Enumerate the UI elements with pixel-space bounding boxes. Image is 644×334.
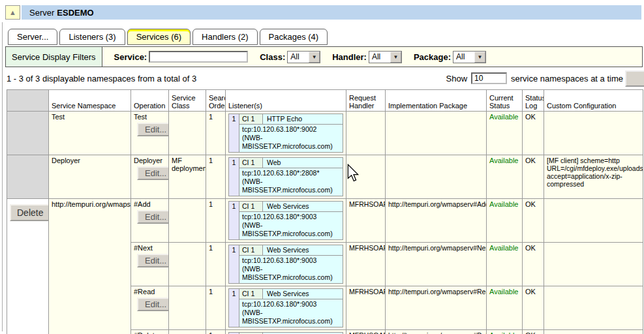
chevron-down-icon[interactable]: ▼	[390, 52, 401, 63]
listener-index: 1	[229, 289, 239, 327]
search-order-cell: 1	[206, 286, 226, 330]
listener-ci: CI 1	[239, 158, 263, 168]
listeners-cell: 1 CI 1 Web Services tcp:10.120.63.180*:9…	[226, 199, 346, 243]
class-filter-select[interactable]: All ▼	[287, 51, 320, 63]
header-request-handler: Request Handler	[346, 90, 386, 112]
class-filter-label: Class:	[260, 52, 285, 62]
current-status-cell: Available	[487, 112, 523, 155]
tab-listeners[interactable]: Listeners (3)	[59, 29, 125, 45]
filter-title: Service Display Filters	[6, 47, 102, 67]
header-operation: Operation	[131, 90, 169, 112]
edit-button[interactable]: Edit...	[137, 210, 169, 224]
operation-name: #Next	[134, 244, 166, 252]
listener-name: Web Services	[263, 245, 343, 255]
listener-index: 1	[229, 245, 239, 283]
server-title-prefix: Server	[29, 8, 54, 18]
status-log-cell: OK	[523, 155, 544, 199]
operation-cell: #Add Edit...	[131, 199, 169, 243]
listener-box: 1 CI 1 Web tcp:10.120.63.180*:2808* (NWB…	[228, 157, 343, 196]
range-bar: 1 - 3 of 3 displayable namespaces from a…	[7, 70, 623, 87]
tab-handlers[interactable]: Handlers (2)	[192, 29, 258, 45]
implementation-package-cell: http://tempuri.org/wmapserv#Next	[386, 243, 487, 286]
custom-configuration-cell	[544, 330, 643, 334]
listener-ci: CI 1	[239, 114, 263, 124]
table-row: Delete http://tempuri.org/wmapserv #Add …	[7, 199, 643, 243]
collapse-toggle[interactable]: ▲	[5, 5, 20, 20]
listener-index: 1	[229, 202, 239, 239]
header-implementation-package: Implementation Package	[386, 90, 487, 112]
table-row: Deployer Deployer Edit... MF deployment …	[7, 155, 643, 199]
handler-filter-label: Handler:	[332, 52, 367, 62]
row-actions-cell: Delete	[7, 199, 49, 334]
refresh-page-button[interactable]	[625, 70, 644, 87]
header-service-namespace: Service Namespace	[49, 90, 131, 112]
status-log-cell: OK	[523, 112, 544, 155]
package-filter-select[interactable]: All ▼	[453, 51, 486, 63]
header-custom-configuration: Custom Configuration	[544, 90, 643, 112]
service-filter-label: Service:	[114, 52, 147, 62]
show-suffix-label: service namespaces at a time	[511, 74, 623, 84]
listeners-cell: 1 CI 1 HTTP Echo tcp:10.120.63.180*:9002…	[226, 112, 346, 155]
operation-cell: #Next Edit...	[131, 243, 169, 286]
current-status-cell: Available	[487, 243, 523, 286]
handler-filter-select[interactable]: All ▼	[369, 51, 402, 63]
service-filter-input[interactable]	[149, 51, 248, 63]
header-search-order: Search Order	[206, 90, 226, 112]
edit-button[interactable]: Edit...	[137, 166, 169, 180]
search-order-cell: 1	[206, 199, 226, 243]
header-service-class: Service Class	[169, 90, 206, 112]
service-display-filters-bar: Service Display Filters Service: Class: …	[5, 46, 643, 67]
custom-configuration-cell	[544, 243, 643, 286]
service-class-cell: MF deployment	[169, 155, 206, 199]
custom-configuration-cell: [MF client] scheme=http URL=/cgi/mfdeplo…	[544, 155, 643, 199]
implementation-package-cell: http://tempuri.org/wmapserv#Delete	[386, 330, 487, 334]
server-header-bar: Server ESDEMO	[22, 5, 641, 20]
show-label: Show	[446, 74, 468, 84]
status-log-cell: OK	[523, 330, 544, 334]
mouse-cursor	[346, 164, 360, 182]
status-log-cell: OK	[523, 286, 544, 330]
listener-name: Web Services	[263, 202, 343, 211]
service-class-cell	[169, 112, 206, 155]
current-status-cell: Available	[487, 286, 523, 330]
tab-packages[interactable]: Packages (4)	[260, 29, 328, 45]
custom-configuration-cell	[544, 199, 643, 243]
listener-box: 1 CI 1 Web Services tcp:10.120.63.180*:9…	[228, 201, 343, 240]
request-handler-cell: MFRHSOAP	[346, 330, 386, 334]
tab-services[interactable]: Services (6)	[127, 29, 191, 45]
current-status-cell: Available	[487, 199, 523, 243]
status-log-cell: OK	[523, 243, 544, 286]
service-class-cell	[169, 330, 206, 334]
service-class-cell	[169, 199, 206, 243]
tab-server[interactable]: Server...	[8, 29, 57, 45]
collapse-triangle-icon: ▲	[9, 8, 16, 16]
show-count-input[interactable]	[471, 72, 507, 84]
listener-name: HTTP Echo	[263, 114, 343, 124]
current-status-cell: Available	[487, 155, 523, 199]
row-actions-cell	[7, 155, 49, 199]
service-class-cell	[169, 286, 206, 330]
package-filter-label: Package:	[414, 52, 451, 62]
header-current-status: Current Status	[487, 90, 523, 112]
chevron-down-icon[interactable]: ▼	[474, 52, 485, 63]
services-table: Service Namespace Operation Service Clas…	[7, 89, 643, 334]
delete-button[interactable]: Delete	[10, 204, 49, 221]
edit-button[interactable]: Edit...	[137, 297, 169, 311]
listener-endpoint: tcp:10.120.63.180*:9002	[242, 125, 340, 134]
request-handler-cell: MFRHSOAP	[346, 286, 386, 330]
listeners-cell: 1 CI 1 Web Services tcp:10.120.63.180*:9…	[226, 243, 346, 286]
chevron-down-icon[interactable]: ▼	[309, 52, 320, 63]
listener-ci: CI 1	[239, 289, 263, 299]
listener-index: 1	[229, 114, 239, 152]
custom-configuration-cell	[544, 112, 643, 155]
implementation-package-cell: http://tempuri.org/wmapserv#Read	[386, 286, 487, 330]
namespace-cell: http://tempuri.org/wmapserv	[49, 199, 131, 334]
edit-button[interactable]: Edit...	[137, 123, 169, 136]
custom-configuration-cell	[544, 286, 643, 330]
request-handler-cell: MFRHSOAP	[346, 243, 386, 286]
search-order-cell: 1	[206, 112, 226, 155]
search-order-cell: 1	[206, 155, 226, 199]
edit-button[interactable]: Edit...	[137, 254, 169, 267]
service-class-cell	[169, 243, 206, 286]
request-handler-cell: MFRHSOAP	[346, 199, 386, 243]
